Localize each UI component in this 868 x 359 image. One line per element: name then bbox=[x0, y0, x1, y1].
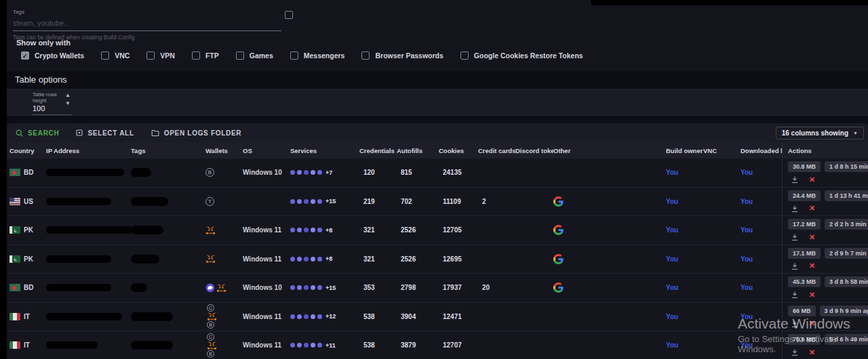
table-row[interactable]: PKWindows 11+8321252612705YouYou17.2 MB2… bbox=[7, 216, 868, 245]
table-row[interactable]: PKWindows 11+8321252612695YouYou17.1 MB2… bbox=[7, 245, 868, 274]
cell-ip-address bbox=[46, 313, 131, 320]
checkbox-unchecked-icon[interactable] bbox=[290, 51, 298, 60]
download-icon[interactable] bbox=[791, 348, 799, 356]
table-row[interactable]: ITCBWindows 11+11538387912707YouYou70.6 … bbox=[7, 331, 868, 359]
wallet-letter-icon: C bbox=[207, 304, 214, 312]
checkbox-unchecked-icon[interactable] bbox=[361, 51, 370, 60]
column-header-autofills[interactable]: Autofills bbox=[397, 147, 439, 154]
delete-icon[interactable]: ✕ bbox=[809, 349, 815, 356]
delete-icon[interactable]: ✕ bbox=[809, 234, 815, 241]
delete-icon[interactable]: ✕ bbox=[809, 262, 815, 270]
column-header-country[interactable]: Country bbox=[9, 147, 46, 154]
build-owner-link[interactable]: You bbox=[666, 284, 678, 291]
table-row[interactable]: UST+15219702111092YouYou24.4 MB1 d 13 h … bbox=[7, 188, 868, 217]
download-icon[interactable] bbox=[791, 320, 799, 328]
download-icon[interactable] bbox=[791, 205, 799, 213]
chevron-down-icon[interactable]: ▼ bbox=[64, 100, 72, 106]
filter-checkbox-crypto-wallets[interactable]: ✓Crypto Wallets bbox=[21, 51, 84, 60]
column-header-tags[interactable]: Tags bbox=[131, 147, 205, 154]
redacted-ip-bar bbox=[46, 169, 124, 176]
tags-input[interactable] bbox=[13, 18, 281, 31]
column-header-vnc[interactable]: VNC bbox=[703, 147, 741, 154]
column-header-build-owner[interactable]: Build owner bbox=[666, 147, 703, 154]
downloaded-by-link[interactable]: You bbox=[741, 313, 753, 320]
column-header-ip-address[interactable]: IP Address bbox=[46, 147, 131, 154]
download-icon[interactable] bbox=[791, 233, 799, 241]
open-logs-folder-button[interactable]: OPEN LOGS FOLDER bbox=[151, 129, 242, 138]
delete-icon[interactable]: ✕ bbox=[809, 205, 815, 212]
table-row[interactable]: ITCBWindows 11+12538390412471YouYou66 MB… bbox=[7, 303, 868, 332]
service-icon bbox=[304, 199, 309, 204]
column-header-credentials[interactable]: Credentials bbox=[359, 147, 397, 154]
build-owner-link[interactable]: You bbox=[666, 341, 678, 349]
checkbox-unchecked-icon[interactable] bbox=[146, 51, 155, 60]
build-owner-link[interactable]: You bbox=[666, 255, 678, 263]
checkbox-checked-icon[interactable]: ✓ bbox=[21, 51, 29, 60]
downloaded-by-link[interactable]: You bbox=[741, 255, 753, 263]
search-button[interactable]: SEARCH bbox=[15, 129, 59, 138]
action-icons: ✕ bbox=[788, 320, 868, 328]
cell-credentials: 538 bbox=[359, 313, 397, 320]
service-icon bbox=[317, 257, 322, 261]
downloaded-ago-badge: 3 d 8 h 58 min ago bbox=[825, 276, 868, 287]
cell-country: US bbox=[9, 198, 46, 205]
downloaded-by-link[interactable]: You bbox=[741, 284, 753, 291]
checkbox-unchecked-icon[interactable] bbox=[236, 51, 244, 60]
checkbox-unchecked-icon[interactable] bbox=[192, 51, 200, 60]
build-owner-link[interactable]: You bbox=[666, 169, 678, 176]
cell-services: +11 bbox=[290, 342, 359, 349]
downloaded-by-link[interactable]: You bbox=[741, 169, 753, 176]
column-header-cookies[interactable]: Cookies bbox=[439, 147, 478, 154]
downloaded-by-link[interactable]: You bbox=[741, 198, 753, 205]
build-owner-link[interactable]: You bbox=[666, 313, 678, 320]
column-header-wallets[interactable]: Wallets bbox=[205, 147, 243, 154]
country-code: PK bbox=[24, 255, 33, 263]
downloaded-by-link[interactable]: You bbox=[741, 226, 753, 234]
service-icon bbox=[304, 314, 309, 319]
filter-checkbox-browser-passwords[interactable]: Browser Passwords bbox=[361, 51, 443, 60]
download-icon[interactable] bbox=[791, 291, 799, 299]
download-icon[interactable] bbox=[791, 262, 799, 270]
cell-os: Windows 11 bbox=[243, 226, 290, 234]
delete-icon[interactable]: ✕ bbox=[809, 291, 815, 299]
build-owner-link[interactable]: You bbox=[666, 198, 678, 205]
column-header-os[interactable]: OS bbox=[243, 147, 290, 154]
delete-icon[interactable]: ✕ bbox=[809, 320, 815, 327]
filter-checkbox-vpn[interactable]: VPN bbox=[146, 51, 175, 60]
column-header-services[interactable]: Services bbox=[290, 147, 359, 154]
column-header-discord-tokens[interactable]: Discord tokens bbox=[515, 147, 553, 154]
filter-checkbox-vnc[interactable]: VNC bbox=[101, 51, 130, 60]
table-row[interactable]: BDBWindows 10+712081524135YouYou30.8 MB1… bbox=[7, 159, 868, 188]
country-code: PK bbox=[24, 226, 33, 234]
service-icon bbox=[290, 314, 295, 319]
column-header-actions[interactable]: Actions bbox=[782, 142, 868, 159]
cell-os: Windows 11 bbox=[243, 255, 290, 263]
build-owner-link[interactable]: You bbox=[666, 226, 678, 234]
filter-checkbox-google-cookies-restore-tokens[interactable]: Google Cookies Restore Tokens bbox=[460, 51, 583, 60]
cell-tags bbox=[131, 283, 205, 292]
column-header-downloaded-by[interactable]: Downloaded by bbox=[741, 147, 782, 154]
standalone-checkbox[interactable] bbox=[285, 11, 293, 19]
services-more-count: +7 bbox=[326, 169, 332, 176]
filter-checkbox-messengers[interactable]: Messengers bbox=[290, 51, 345, 60]
downloaded-by-link[interactable]: You bbox=[741, 341, 753, 349]
cell-credentials: 321 bbox=[359, 226, 397, 234]
rows-height-spinner[interactable]: Table rows height 100 ▲ ▼ bbox=[33, 91, 72, 115]
checkbox-unchecked-icon[interactable] bbox=[460, 51, 469, 60]
column-header-other[interactable]: Other bbox=[553, 147, 666, 154]
column-header-credit-cards[interactable]: Credit cards bbox=[478, 147, 515, 154]
download-icon[interactable] bbox=[791, 175, 799, 184]
checkbox-unchecked-icon[interactable] bbox=[101, 51, 109, 60]
table-row[interactable]: BDWindows 10+1535327981793720YouYou45.3 … bbox=[7, 274, 868, 303]
cell-autofills: 2798 bbox=[397, 284, 439, 291]
filter-checkbox-games[interactable]: Games bbox=[236, 51, 273, 60]
cell-country: BD bbox=[9, 284, 46, 291]
columns-showing-dropdown[interactable]: 16 columns showing ▼ bbox=[776, 127, 864, 140]
cell-services: +8 bbox=[290, 227, 359, 234]
chevron-up-icon[interactable]: ▲ bbox=[64, 92, 72, 98]
cell-services: +15 bbox=[290, 198, 359, 205]
select-all-button[interactable]: SELECT ALL bbox=[75, 129, 134, 137]
action-chips: 70.6 MB5 d 6 h 49 min ago bbox=[788, 334, 868, 345]
filter-checkbox-ftp[interactable]: FTP bbox=[192, 51, 219, 60]
delete-icon[interactable]: ✕ bbox=[809, 176, 815, 184]
